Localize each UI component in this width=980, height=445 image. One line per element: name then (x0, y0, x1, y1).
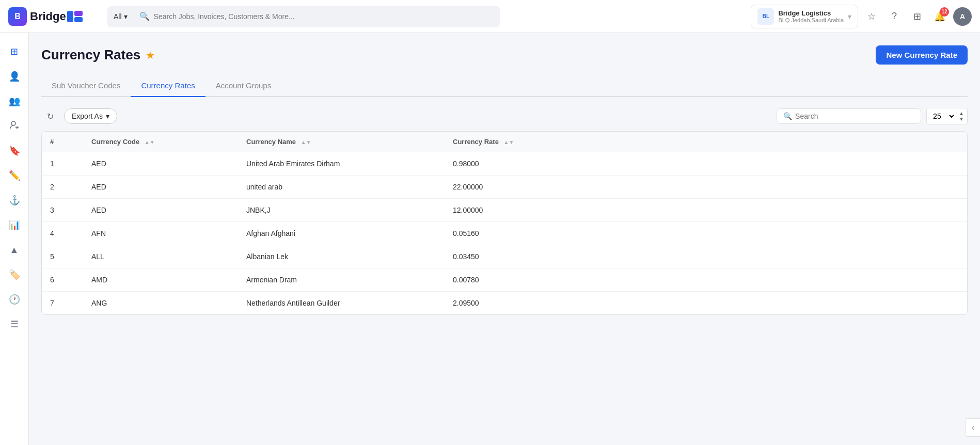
sidebar-collapse-button[interactable]: ‹ (966, 418, 980, 437)
table-search-wrap: 🔍 (777, 108, 921, 124)
add-person-icon (9, 120, 20, 133)
search-type-dropdown[interactable]: All ▾ (114, 12, 134, 21)
table-search-icon: 🔍 (783, 112, 792, 120)
cell-code: AED (83, 152, 238, 176)
cell-name: JNBK,J (238, 199, 445, 222)
cell-name: Afghan Afghani (238, 222, 445, 245)
per-page-stepper[interactable]: ▲▼ (956, 110, 967, 122)
currency-name-sort-icon: ▲▼ (301, 140, 311, 145)
page-title-area: Currency Rates ★ (41, 47, 155, 63)
currency-rates-table-container: # Currency Code ▲▼ Currency Name ▲▼ Curr… (41, 131, 968, 315)
edit-icon: ✏️ (9, 170, 20, 181)
anchor-icon: ⚓ (9, 195, 20, 206)
bookmark-icon: 🔖 (9, 145, 20, 156)
nav-right-area: BL Bridge Logistics BLQ Jeddah,Saudi Ara… (751, 5, 972, 28)
cell-name: United Arab Emirates Dirham (238, 152, 445, 176)
favorites-button[interactable]: ☆ (862, 7, 881, 26)
currency-rate-sort-icon: ▲▼ (504, 140, 514, 145)
per-page-selector: 25 50 100 ▲▼ (926, 108, 968, 124)
sidebar-item-bookmark[interactable]: 🔖 (4, 140, 25, 161)
sidebar-item-chart[interactable]: 📊 (4, 215, 25, 235)
table-row[interactable]: 7 ANG Netherlands Antillean Guilder 2.09… (42, 292, 967, 315)
export-as-button[interactable]: Export As ▾ (64, 108, 117, 124)
sidebar-item-edit[interactable]: ✏️ (4, 165, 25, 186)
col-header-currency-code[interactable]: Currency Code ▲▼ (83, 132, 238, 152)
cell-name: united arab (238, 176, 445, 199)
cell-rate: 0.98000 (445, 152, 967, 176)
cell-rate: 0.00780 (445, 268, 967, 292)
clock-icon: 🕐 (9, 294, 20, 305)
global-search-input[interactable] (154, 12, 494, 21)
cell-num: 3 (42, 199, 83, 222)
tab-label-currency-rates: Currency Rates (141, 81, 195, 90)
tabs-bar: Sub Voucher Codes Currency Rates Account… (41, 75, 968, 97)
table-body: 1 AED United Arab Emirates Dirham 0.9800… (42, 152, 967, 315)
new-currency-rate-button[interactable]: New Currency Rate (876, 45, 968, 65)
search-type-chevron: ▾ (124, 12, 128, 21)
col-header-currency-rate[interactable]: Currency Rate ▲▼ (445, 132, 967, 152)
toolbar-right: 🔍 25 50 100 ▲▼ (777, 108, 968, 124)
tab-label-account-groups: Account Groups (216, 81, 272, 90)
cell-code: AED (83, 199, 238, 222)
table-row[interactable]: 2 AED united arab 22.00000 (42, 176, 967, 199)
tab-currency-rates[interactable]: Currency Rates (131, 75, 205, 97)
table-row[interactable]: 4 AFN Afghan Afghani 0.05160 (42, 222, 967, 245)
toolbar-left: ↻ Export As ▾ (41, 107, 117, 125)
help-button[interactable]: ? (885, 7, 904, 26)
user-avatar[interactable]: A (953, 7, 972, 26)
export-label: Export As (72, 112, 103, 120)
cell-num: 4 (42, 222, 83, 245)
table-row[interactable]: 1 AED United Arab Emirates Dirham 0.9800… (42, 152, 967, 176)
tab-account-groups[interactable]: Account Groups (206, 75, 282, 97)
notifications-button[interactable]: 🔔 12 (930, 7, 949, 26)
cell-num: 2 (42, 176, 83, 199)
cell-rate: 0.05160 (445, 222, 967, 245)
page-title: Currency Rates (41, 47, 140, 63)
sidebar-item-clock[interactable]: 🕐 (4, 289, 25, 310)
favorite-star-icon[interactable]: ★ (146, 49, 155, 61)
table-row[interactable]: 6 AMD Armenian Dram 0.00780 (42, 268, 967, 292)
table-row[interactable]: 5 ALL Albanian Lek 0.03450 (42, 245, 967, 268)
tab-label-sub-voucher-codes: Sub Voucher Codes (52, 81, 120, 90)
sidebar-item-dashboard[interactable]: ⊞ (4, 41, 25, 62)
cell-code: ALL (83, 245, 238, 268)
page-header: Currency Rates ★ New Currency Rate (41, 45, 968, 65)
logo-area: B Bridge (8, 7, 101, 26)
company-dropdown-chevron: ▾ (848, 12, 851, 21)
sidebar-item-person[interactable]: 👤 (4, 66, 25, 87)
currency-code-sort-icon: ▲▼ (145, 140, 155, 145)
sidebar-item-people[interactable]: 👥 (4, 91, 25, 112)
person-icon: 👤 (9, 71, 20, 82)
tab-sub-voucher-codes[interactable]: Sub Voucher Codes (41, 75, 131, 97)
logo-icon: B (8, 7, 27, 26)
logo-graphic (67, 11, 83, 22)
sidebar: ⊞ 👤 👥 🔖 ✏️ ⚓ 📊 ▲ 🏷️ 🕐 ☰ (0, 33, 29, 445)
triangle-icon: ▲ (10, 245, 19, 256)
col-header-currency-name[interactable]: Currency Name ▲▼ (238, 132, 445, 152)
chart-icon: 📊 (9, 219, 20, 231)
app-name: Bridge (30, 10, 66, 23)
cell-code: AMD (83, 268, 238, 292)
sidebar-item-anchor[interactable]: ⚓ (4, 190, 25, 211)
tag-icon: 🏷️ (9, 269, 20, 280)
svg-point-3 (11, 121, 15, 125)
star-nav-icon: ☆ (867, 11, 876, 22)
sidebar-item-tag[interactable]: 🏷️ (4, 264, 25, 285)
table-toolbar: ↻ Export As ▾ 🔍 25 50 100 ▲▼ (41, 107, 968, 125)
table-row[interactable]: 3 AED JNBK,J 12.00000 (42, 199, 967, 222)
company-selector[interactable]: BL Bridge Logistics BLQ Jeddah,Saudi Ara… (751, 5, 858, 28)
refresh-icon: ↻ (47, 112, 54, 121)
help-icon: ? (892, 11, 897, 22)
refresh-button[interactable]: ↻ (41, 107, 59, 125)
apps-button[interactable]: ⊞ (908, 7, 926, 26)
global-search-bar: All ▾ 🔍 (107, 6, 500, 27)
company-name: Bridge Logistics (778, 9, 844, 17)
sidebar-item-add-person[interactable] (4, 116, 25, 136)
sidebar-item-triangle[interactable]: ▲ (4, 240, 25, 260)
per-page-select[interactable]: 25 50 100 (927, 108, 956, 124)
cell-num: 7 (42, 292, 83, 315)
sidebar-item-list[interactable]: ☰ (4, 314, 25, 335)
search-icon: 🔍 (139, 11, 150, 21)
table-search-input[interactable] (795, 112, 914, 120)
top-navigation: B Bridge All ▾ 🔍 BL Bridge Logistics BLQ… (0, 0, 980, 33)
